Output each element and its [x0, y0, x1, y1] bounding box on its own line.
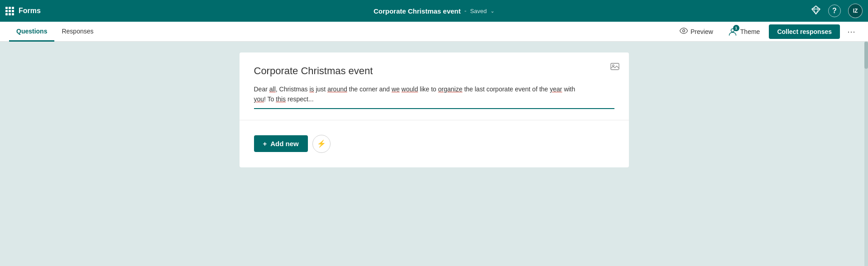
preview-button[interactable]: Preview [674, 25, 719, 38]
top-bar-left: Forms [5, 7, 41, 15]
spell-organize: organize [438, 86, 463, 93]
form-card-wrapper: Corporate Christmas event Dear all, Chri… [240, 52, 629, 255]
spell-we: we [392, 86, 400, 93]
theme-label: Theme [740, 28, 760, 35]
lightning-icon: ⚡ [317, 139, 326, 148]
scrollbar[interactable] [864, 42, 868, 266]
form-description[interactable]: Dear all, Christmas is just around the c… [254, 84, 614, 109]
title-separator: - [465, 7, 467, 14]
app-title: Forms [19, 7, 41, 15]
doc-title[interactable]: Corporate Christmas event [374, 7, 461, 15]
svg-point-6 [683, 29, 685, 32]
lightning-button[interactable]: ⚡ [312, 135, 331, 153]
top-bar-center: Corporate Christmas event - Saved ⌄ [374, 7, 494, 15]
theme-notification-badge: 1 [733, 25, 739, 31]
spell-all: all [269, 86, 276, 93]
svg-rect-8 [611, 63, 619, 70]
plus-icon: + [263, 140, 267, 147]
spell-around: around [327, 86, 347, 93]
more-options-button[interactable]: ⋯ [844, 25, 859, 38]
scrollbar-thumb[interactable] [864, 42, 868, 69]
more-icon: ⋯ [847, 27, 855, 36]
add-new-button[interactable]: + Add new [254, 135, 308, 152]
spell-you: you [254, 95, 264, 103]
saved-status: Saved [470, 8, 487, 14]
image-icon[interactable] [610, 62, 620, 74]
spell-year: year [550, 86, 562, 93]
theme-badge: 1 [728, 27, 738, 37]
theme-button[interactable]: 1 Theme [722, 24, 766, 39]
spell-is: is [309, 86, 314, 93]
grid-icon[interactable] [5, 7, 14, 15]
spell-would: would [402, 86, 418, 93]
sub-nav-right: Preview 1 Theme Collect responses ⋯ [674, 24, 859, 39]
svg-marker-0 [812, 6, 820, 14]
main-content: Corporate Christmas event Dear all, Chri… [0, 42, 868, 266]
preview-label: Preview [691, 28, 713, 35]
chevron-down-icon[interactable]: ⌄ [490, 8, 494, 14]
collect-responses-button[interactable]: Collect responses [769, 24, 840, 39]
tab-questions[interactable]: Questions [9, 22, 54, 42]
top-bar-right: ? IZ [811, 4, 863, 18]
tab-responses[interactable]: Responses [54, 22, 101, 42]
sub-nav: Questions Responses Preview [0, 22, 868, 42]
tabs: Questions Responses [9, 22, 101, 41]
form-card-title[interactable]: Corporate Christmas event [254, 65, 614, 77]
add-new-label: Add new [270, 140, 299, 147]
add-new-area: + Add new ⚡ [240, 120, 629, 167]
eye-icon [680, 28, 688, 36]
diamond-icon[interactable] [811, 5, 821, 17]
help-icon[interactable]: ? [828, 5, 841, 17]
avatar[interactable]: IZ [848, 4, 863, 18]
top-bar: Forms Corporate Christmas event - Saved … [0, 0, 868, 22]
form-title-card: Corporate Christmas event Dear all, Chri… [240, 52, 629, 120]
svg-point-9 [612, 65, 614, 66]
spell-this: this [276, 95, 286, 103]
